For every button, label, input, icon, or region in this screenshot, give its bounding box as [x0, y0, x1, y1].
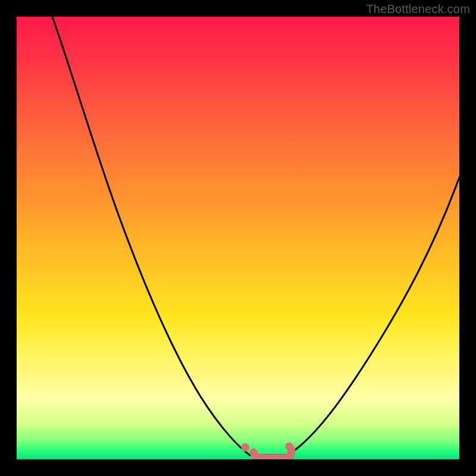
watermark-text: TheBottleneck.com: [366, 2, 470, 16]
chart-frame: TheBottleneck.com: [0, 0, 476, 476]
valley-marker-dot: [241, 443, 249, 452]
right-curve: [287, 177, 459, 455]
curves-svg: [17, 17, 459, 459]
plot-area: [17, 17, 459, 459]
left-curve: [52, 17, 250, 455]
valley-marker-bar: [253, 446, 292, 458]
